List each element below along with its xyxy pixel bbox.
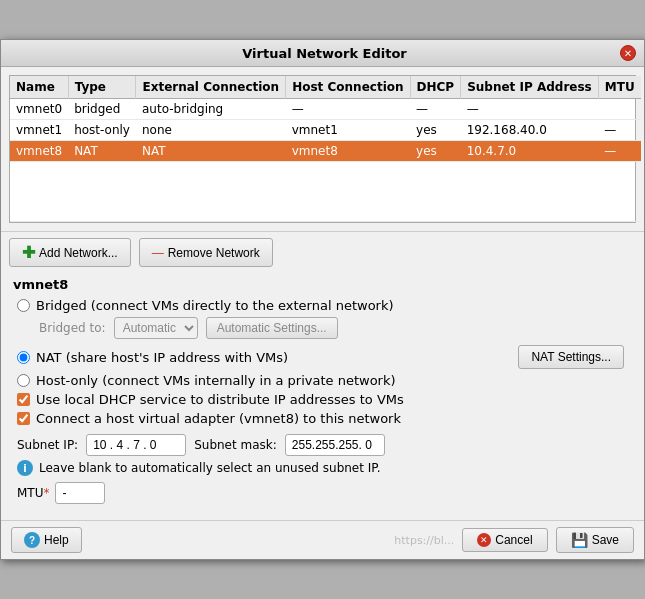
bridged-to-select[interactable]: Automatic [114, 317, 198, 339]
help-button[interactable]: ? Help [11, 527, 82, 553]
cell-subnet: 192.168.40.0 [461, 120, 599, 141]
nat-label: NAT (share host's IP address with VMs) [36, 350, 288, 365]
add-network-button[interactable]: ✚ Add Network... [9, 238, 131, 267]
cell-external: none [136, 120, 286, 141]
watermark: https://bl... [394, 534, 454, 547]
cancel-button[interactable]: ✕ Cancel [462, 528, 547, 552]
cell-external: auto-bridging [136, 99, 286, 120]
save-label: Save [592, 533, 619, 547]
bridged-sub-row: Bridged to: Automatic Automatic Settings… [39, 317, 632, 339]
cell-host: vmnet1 [286, 120, 410, 141]
col-name: Name [10, 76, 68, 99]
table-row[interactable]: vmnet0 bridged auto-bridging — — — [10, 99, 641, 120]
virtual-network-editor-window: Virtual Network Editor ✕ Name Type Exter… [0, 39, 645, 560]
footer-right: https://bl... ✕ Cancel 💾 Save [394, 527, 634, 553]
subnet-mask-label: Subnet mask: [194, 438, 277, 452]
hostonly-radio[interactable] [17, 374, 30, 387]
cell-name: vmnet0 [10, 99, 68, 120]
help-label: Help [44, 533, 69, 547]
col-subnet: Subnet IP Address [461, 76, 599, 99]
nat-radio[interactable] [17, 351, 30, 364]
nat-radio-row: NAT (share host's IP address with VMs) N… [13, 345, 632, 369]
vmnet8-section: vmnet8 Bridged (connect VMs directly to … [1, 273, 644, 520]
dhcp-label: Use local DHCP service to distribute IP … [36, 392, 404, 407]
nat-settings-button[interactable]: NAT Settings... [518, 345, 624, 369]
table-row-empty [10, 162, 641, 222]
remove-network-button[interactable]: — Remove Network [139, 238, 273, 267]
cell-name: vmnet8 [10, 141, 68, 162]
window-title: Virtual Network Editor [29, 46, 620, 61]
hostonly-label: Host-only (connect VMs internally in a p… [36, 373, 396, 388]
bridged-to-label: Bridged to: [39, 321, 106, 335]
nat-radio-inner: NAT (share host's IP address with VMs) [17, 350, 288, 365]
bridged-radio-row: Bridged (connect VMs directly to the ext… [17, 298, 632, 313]
subnet-ip-input[interactable] [86, 434, 186, 456]
dhcp-checkbox-row: Use local DHCP service to distribute IP … [17, 392, 632, 407]
main-content: Name Type External Connection Host Conne… [1, 75, 644, 559]
cell-mtu: — [598, 141, 640, 162]
adapter-checkbox[interactable] [17, 412, 30, 425]
cell-subnet: 10.4.7.0 [461, 141, 599, 162]
close-button[interactable]: ✕ [620, 45, 636, 61]
info-text: Leave blank to automatically select an u… [39, 461, 381, 475]
info-row: i Leave blank to automatically select an… [17, 460, 632, 476]
footer: ? Help https://bl... ✕ Cancel 💾 Save [1, 520, 644, 559]
cell-type: host-only [68, 120, 136, 141]
network-buttons-row: ✚ Add Network... — Remove Network [1, 231, 644, 273]
info-icon: i [17, 460, 33, 476]
titlebar: Virtual Network Editor ✕ [1, 40, 644, 67]
cancel-icon: ✕ [477, 533, 491, 547]
col-host: Host Connection [286, 76, 410, 99]
add-network-label: Add Network... [39, 246, 118, 260]
auto-settings-button[interactable]: Automatic Settings... [206, 317, 338, 339]
adapter-checkbox-row: Connect a host virtual adapter (vmnet8) … [17, 411, 632, 426]
bridged-label: Bridged (connect VMs directly to the ext… [36, 298, 394, 313]
cancel-label: Cancel [495, 533, 532, 547]
remove-network-label: Remove Network [168, 246, 260, 260]
mtu-input[interactable] [55, 482, 105, 504]
table-row[interactable]: vmnet1 host-only none vmnet1 yes 192.168… [10, 120, 641, 141]
col-external: External Connection [136, 76, 286, 99]
cell-external: NAT [136, 141, 286, 162]
cell-mtu: — [598, 120, 640, 141]
subnet-mask-input[interactable] [285, 434, 385, 456]
cell-dhcp: yes [410, 120, 461, 141]
section-title: vmnet8 [13, 277, 632, 292]
dhcp-checkbox[interactable] [17, 393, 30, 406]
table-row-selected[interactable]: vmnet8 NAT NAT vmnet8 yes 10.4.7.0 — [10, 141, 641, 162]
cell-mtu [598, 99, 640, 120]
cell-dhcp: yes [410, 141, 461, 162]
hostonly-radio-row: Host-only (connect VMs internally in a p… [17, 373, 632, 388]
network-table-container: Name Type External Connection Host Conne… [9, 75, 636, 223]
mtu-row: MTU* [17, 482, 632, 504]
cell-type: NAT [68, 141, 136, 162]
subnet-ip-label: Subnet IP: [17, 438, 78, 452]
adapter-label: Connect a host virtual adapter (vmnet8) … [36, 411, 401, 426]
save-button[interactable]: 💾 Save [556, 527, 634, 553]
subnet-row: Subnet IP: Subnet mask: [17, 434, 632, 456]
remove-icon: — [152, 246, 164, 260]
save-icon: 💾 [571, 532, 588, 548]
cell-dhcp: — [410, 99, 461, 120]
col-mtu: MTU [598, 76, 640, 99]
cell-host: — [286, 99, 410, 120]
cell-host: vmnet8 [286, 141, 410, 162]
cell-type: bridged [68, 99, 136, 120]
network-table: Name Type External Connection Host Conne… [10, 76, 641, 222]
help-icon: ? [24, 532, 40, 548]
mtu-required: * [43, 486, 49, 500]
bridged-radio[interactable] [17, 299, 30, 312]
cell-name: vmnet1 [10, 120, 68, 141]
mtu-label: MTU* [17, 486, 49, 500]
col-type: Type [68, 76, 136, 99]
cell-subnet: — [461, 99, 599, 120]
col-dhcp: DHCP [410, 76, 461, 99]
add-icon: ✚ [22, 243, 35, 262]
